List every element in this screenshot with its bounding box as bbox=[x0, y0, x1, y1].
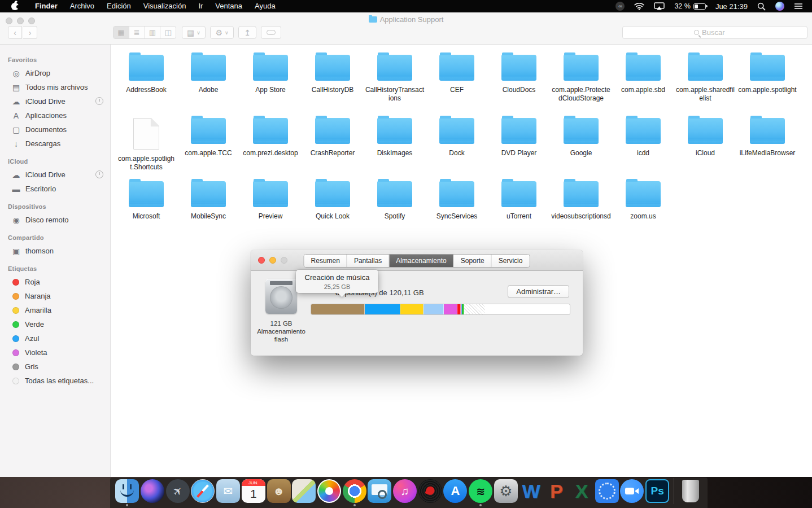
grid-item[interactable]: com.apple.spotlight bbox=[736, 51, 798, 115]
grid-item[interactable]: iCloud bbox=[674, 115, 736, 178]
wifi-icon[interactable] bbox=[634, 2, 644, 10]
storage-bar-segment[interactable] bbox=[365, 304, 400, 314]
dock-app-icon[interactable]: ≋ bbox=[469, 479, 492, 503]
dock-item[interactable]: ✈ bbox=[165, 479, 190, 506]
notification-center-icon[interactable] bbox=[794, 3, 803, 10]
sidebar-row[interactable]: Violeta bbox=[0, 345, 110, 360]
sidebar-row[interactable]: Gris bbox=[0, 360, 110, 374]
dock-item[interactable] bbox=[594, 479, 619, 506]
dock-app-icon[interactable] bbox=[141, 479, 164, 503]
list-view-button[interactable]: ≣ bbox=[129, 27, 145, 38]
grid-item[interactable]: com.prezi.desktop bbox=[239, 115, 302, 178]
sidebar-row[interactable]: Dispositivos bbox=[0, 200, 110, 213]
share-button[interactable]: ↥ bbox=[238, 26, 256, 39]
dialog-tab[interactable]: Servicio bbox=[492, 255, 530, 267]
dock-app-icon[interactable]: X bbox=[570, 479, 593, 503]
dialog-tab[interactable]: Soporte bbox=[454, 255, 492, 267]
dock-app-icon[interactable] bbox=[674, 478, 674, 504]
dock-app-icon[interactable] bbox=[368, 479, 391, 503]
arrange-menu-button[interactable]: ▦ ∨ bbox=[182, 26, 206, 39]
grid-item[interactable]: DVD Player bbox=[488, 115, 550, 178]
sidebar-row[interactable]: ◉ Disco remoto bbox=[0, 213, 110, 227]
dock-app-icon[interactable] bbox=[620, 479, 644, 503]
grid-item[interactable]: Microsoft bbox=[115, 178, 177, 241]
dialog-tab[interactable]: Almacenamiento bbox=[389, 255, 453, 267]
storage-bar-segment[interactable] bbox=[311, 304, 365, 314]
menu-item[interactable]: Visualización bbox=[137, 0, 193, 12]
dock-app-icon[interactable] bbox=[115, 479, 139, 503]
dock-app-icon[interactable]: Ps bbox=[645, 479, 669, 503]
dock-item[interactable] bbox=[670, 478, 678, 507]
sidebar-row[interactable]: ▢ Documentos bbox=[0, 122, 110, 137]
sidebar-row[interactable]: ◎ AirDrop bbox=[0, 66, 110, 80]
dock-item[interactable] bbox=[342, 479, 367, 506]
grid-item[interactable]: Google bbox=[550, 115, 612, 178]
grid-item[interactable]: Dock bbox=[426, 115, 488, 178]
close-button[interactable] bbox=[258, 257, 265, 264]
grid-item[interactable]: Preview bbox=[239, 178, 302, 241]
sidebar-row[interactable]: Amarilla bbox=[0, 303, 110, 317]
menu-item[interactable]: Ventana bbox=[209, 0, 248, 12]
sidebar-row[interactable]: Compartido bbox=[0, 231, 110, 244]
dock-item[interactable]: ≋ bbox=[468, 479, 494, 506]
battery-indicator[interactable]: 32 % bbox=[674, 2, 706, 10]
grid-item[interactable]: icdd bbox=[612, 115, 674, 178]
sidebar-row[interactable]: ▬ Escritorio bbox=[0, 182, 110, 196]
dock-app-icon[interactable] bbox=[317, 479, 341, 503]
icon-view-button[interactable]: ▦ bbox=[113, 27, 129, 38]
grid-item[interactable]: Adobe bbox=[177, 51, 239, 115]
storage-bar-segment[interactable] bbox=[400, 304, 424, 314]
storage-bar-segment[interactable] bbox=[464, 304, 486, 314]
sidebar-row[interactable]: ☁ iCloud Drive bbox=[0, 94, 110, 108]
dock-app-icon[interactable]: ✉ bbox=[216, 479, 240, 503]
sidebar-row[interactable]: Etiquetas bbox=[0, 262, 110, 275]
dock-item[interactable] bbox=[678, 480, 703, 506]
dock-item[interactable] bbox=[367, 479, 392, 506]
tags-button[interactable] bbox=[261, 26, 281, 39]
minimize-button[interactable] bbox=[269, 257, 276, 264]
sidebar-row[interactable]: Verde bbox=[0, 317, 110, 331]
grid-item[interactable]: iLifeMediaBrowser bbox=[736, 115, 798, 178]
search-field[interactable] bbox=[622, 26, 807, 39]
sidebar-row[interactable]: ☁ iCloud Drive bbox=[0, 168, 110, 182]
menu-item[interactable]: Edición bbox=[101, 0, 137, 12]
dock-item[interactable]: ☻ bbox=[266, 479, 291, 506]
sidebar-row[interactable]: iCloud bbox=[0, 155, 110, 168]
menu-item[interactable]: Ayuda bbox=[248, 0, 282, 12]
back-button[interactable]: ‹ bbox=[8, 26, 22, 39]
menu-item[interactable]: Finder bbox=[29, 0, 64, 12]
creative-cloud-icon[interactable]: ∞ bbox=[615, 2, 625, 11]
dock-item[interactable] bbox=[291, 479, 317, 506]
menu-bar-clock[interactable]: Jue 21:39 bbox=[715, 2, 748, 11]
sidebar-row[interactable]: Roja bbox=[0, 275, 110, 289]
grid-item[interactable]: uTorrent bbox=[488, 178, 550, 241]
siri-icon[interactable] bbox=[775, 2, 784, 11]
menu-item[interactable]: Archivo bbox=[64, 0, 101, 12]
grid-item[interactable]: CloudDocs bbox=[488, 51, 550, 115]
grid-item[interactable]: Spotify bbox=[364, 178, 426, 241]
dock-item[interactable]: JUN. 1 bbox=[241, 479, 267, 506]
dock-item[interactable] bbox=[115, 479, 140, 506]
grid-item[interactable]: com.apple.spotlight.Shortcuts bbox=[115, 115, 177, 178]
grid-item[interactable]: CallHistoryDB bbox=[302, 51, 364, 115]
sidebar-row[interactable]: Azul bbox=[0, 331, 110, 345]
column-view-button[interactable]: ▥ bbox=[145, 27, 161, 38]
sidebar-row[interactable]: Naranja bbox=[0, 289, 110, 303]
dock-app-icon[interactable]: P bbox=[544, 479, 568, 503]
dock-app-icon[interactable] bbox=[418, 479, 442, 503]
grid-item[interactable]: CallHistoryTransactions bbox=[364, 51, 426, 115]
grid-item[interactable]: Quick Look bbox=[302, 178, 364, 241]
dock-item[interactable] bbox=[140, 479, 165, 506]
dock-item[interactable]: ⚙ bbox=[494, 479, 519, 506]
grid-item[interactable]: App Store bbox=[239, 51, 302, 115]
grid-item[interactable]: MobileSync bbox=[177, 178, 239, 241]
dock-item[interactable]: W bbox=[518, 479, 544, 506]
sidebar-row[interactable]: Todas las etiquetas... bbox=[0, 374, 110, 388]
dock-item[interactable]: A bbox=[443, 479, 468, 506]
spotlight-icon[interactable] bbox=[757, 2, 766, 11]
manage-button[interactable]: Administrar… bbox=[508, 285, 569, 298]
coverflow-view-button[interactable]: ◫ bbox=[160, 27, 176, 38]
grid-item[interactable]: zoom.us bbox=[612, 178, 674, 241]
dock-app-icon[interactable]: ✈ bbox=[166, 479, 190, 503]
grid-item[interactable]: SyncServices bbox=[426, 178, 488, 241]
